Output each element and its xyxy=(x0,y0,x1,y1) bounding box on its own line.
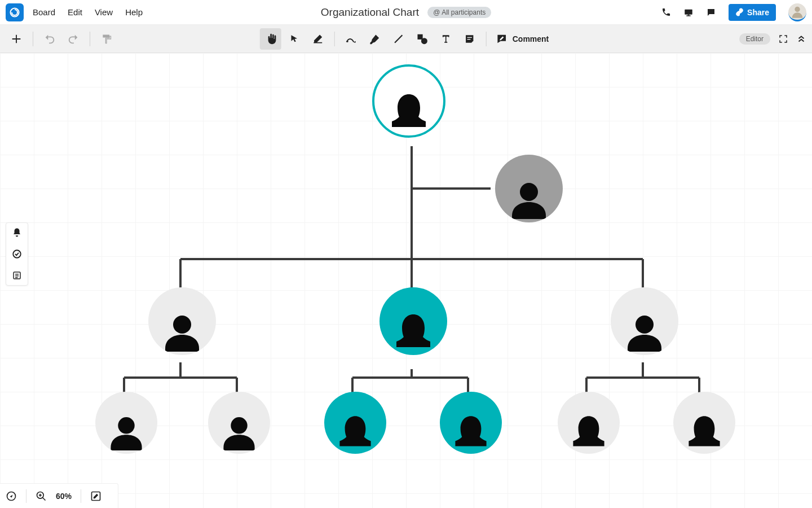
shape-icon xyxy=(416,33,429,45)
org-node-root[interactable]: [NAME / ROLE] xyxy=(369,64,448,149)
person-female-icon xyxy=(445,408,497,454)
pointer-tool[interactable] xyxy=(284,28,305,50)
line-icon xyxy=(393,33,404,45)
bottom-bar: 60% xyxy=(0,483,118,508)
chat-icon[interactable] xyxy=(706,7,716,17)
document-title[interactable]: Organizational Chart xyxy=(321,6,419,18)
eraser-tool[interactable] xyxy=(307,28,329,50)
canvas[interactable]: [NAME / ROLE] xyxy=(0,53,812,508)
menu-help[interactable]: Help xyxy=(125,7,143,17)
org-node-g5[interactable] xyxy=(553,392,624,465)
edit-icon xyxy=(90,491,102,502)
zoom-in-icon xyxy=(36,491,47,502)
undo-button[interactable] xyxy=(39,28,60,50)
zoom-level[interactable]: 60% xyxy=(56,492,72,501)
check-circle-icon xyxy=(12,249,22,259)
pen-icon xyxy=(345,33,358,45)
line-tool[interactable] xyxy=(388,28,409,50)
bell-icon xyxy=(12,227,22,238)
org-node-g6[interactable] xyxy=(668,392,740,465)
pen-tool[interactable] xyxy=(341,28,362,50)
person-male-icon xyxy=(501,173,557,222)
shape-tool[interactable] xyxy=(412,28,433,50)
zoom-button[interactable] xyxy=(36,491,47,502)
org-node-g1[interactable] xyxy=(90,392,162,465)
toolbar-center: Comment xyxy=(260,28,553,50)
user-avatar[interactable] xyxy=(788,3,806,21)
org-node-g3[interactable] xyxy=(319,392,392,470)
side-rail xyxy=(6,222,28,286)
list-button[interactable] xyxy=(12,270,22,281)
hand-tool[interactable] xyxy=(260,28,281,50)
hand-icon xyxy=(264,33,277,45)
svg-rect-2 xyxy=(688,14,690,15)
svg-rect-6 xyxy=(314,42,322,43)
marker-icon xyxy=(369,33,381,45)
notifications-button[interactable] xyxy=(12,227,22,238)
org-node-g2[interactable] xyxy=(203,392,275,465)
svg-line-37 xyxy=(43,497,46,500)
chevrons-up-icon xyxy=(796,34,806,44)
note-tool[interactable] xyxy=(459,28,480,50)
format-painter-button[interactable] xyxy=(96,28,117,50)
menu-edit[interactable]: Edit xyxy=(68,7,82,17)
sticky-note-icon xyxy=(464,33,475,45)
separator xyxy=(90,32,90,46)
separator xyxy=(334,32,335,46)
eraser-icon xyxy=(312,33,324,45)
separator xyxy=(33,32,33,46)
phone-icon[interactable] xyxy=(661,7,671,17)
pointer-icon xyxy=(289,34,299,44)
org-node-c1[interactable] xyxy=(144,287,220,366)
navigator-button[interactable] xyxy=(6,491,17,502)
tasks-button[interactable] xyxy=(12,249,22,259)
collapse-button[interactable] xyxy=(796,34,806,44)
redo-button[interactable] xyxy=(63,28,84,50)
person-male-icon xyxy=(154,305,210,355)
svg-rect-3 xyxy=(686,15,691,16)
comment-tool[interactable]: Comment xyxy=(492,33,553,45)
svg-point-10 xyxy=(421,38,427,44)
fullscreen-button[interactable] xyxy=(778,34,788,44)
presentation-icon[interactable] xyxy=(683,7,694,17)
svg-rect-1 xyxy=(685,9,692,14)
menu-board[interactable]: Board xyxy=(33,7,55,17)
add-button[interactable] xyxy=(6,28,27,50)
person-female-icon xyxy=(563,408,615,454)
toolbar: Comment Editor xyxy=(0,25,812,53)
compass-icon xyxy=(6,491,17,502)
org-node-g4[interactable] xyxy=(434,392,508,470)
share-button[interactable]: Share xyxy=(729,4,776,21)
separator xyxy=(486,32,487,46)
separator xyxy=(26,489,27,503)
list-icon xyxy=(12,270,22,281)
app-logo[interactable] xyxy=(6,3,24,21)
share-label: Share xyxy=(747,8,769,17)
role-pill[interactable]: Editor xyxy=(739,33,770,45)
svg-line-8 xyxy=(395,35,402,42)
comment-label: Comment xyxy=(513,34,549,43)
plus-icon xyxy=(10,33,23,45)
svg-rect-5 xyxy=(103,34,109,37)
svg-point-4 xyxy=(795,7,800,12)
svg-point-7 xyxy=(347,41,348,42)
svg-rect-9 xyxy=(417,34,422,39)
redo-icon xyxy=(67,33,80,45)
person-female-icon xyxy=(381,85,437,135)
fullscreen-icon xyxy=(778,34,788,44)
text-tool[interactable] xyxy=(435,28,457,50)
org-node-c2[interactable] xyxy=(375,287,451,371)
person-male-icon xyxy=(213,408,265,454)
edit-button[interactable] xyxy=(90,491,102,502)
link-icon xyxy=(735,8,744,16)
org-node-c3[interactable] xyxy=(606,287,682,366)
spiral-icon xyxy=(9,7,20,18)
menu-view[interactable]: View xyxy=(95,7,113,17)
person-male-icon xyxy=(616,305,673,355)
comment-icon xyxy=(496,33,508,45)
marker-tool[interactable] xyxy=(364,28,386,50)
paint-roller-icon xyxy=(101,33,112,45)
person-female-icon xyxy=(385,305,442,355)
participants-pill[interactable]: @ All participants xyxy=(427,7,491,18)
org-node-aside[interactable] xyxy=(491,155,567,234)
